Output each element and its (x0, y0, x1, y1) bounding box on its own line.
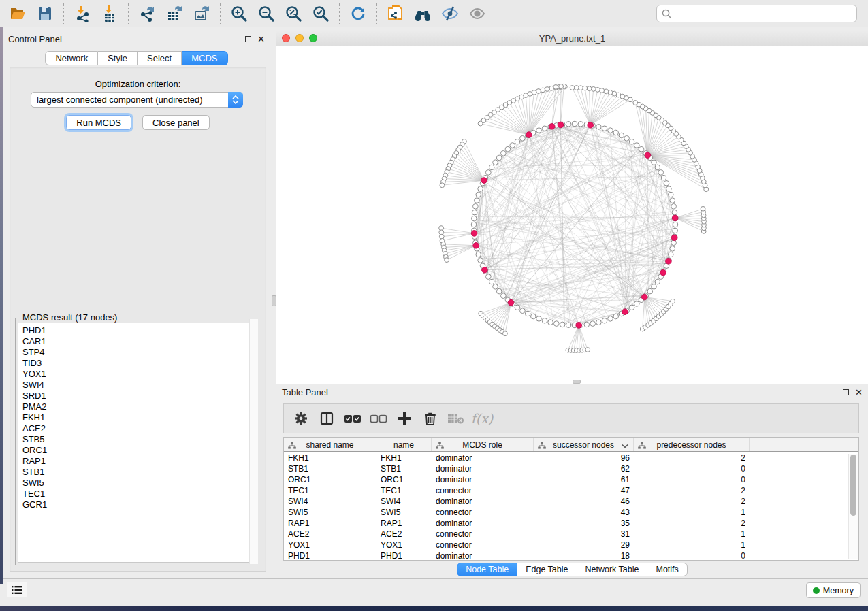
tab-motifs[interactable]: Motifs (647, 563, 687, 576)
zoom-out-button[interactable] (253, 2, 280, 25)
delete-column-button[interactable] (419, 407, 442, 430)
table-row[interactable]: ACE2ACE2connector311 (284, 529, 858, 540)
mcds-result-item[interactable]: ACE2 (22, 423, 256, 434)
tab-edge-table[interactable]: Edge Table (517, 563, 577, 576)
mcds-list-scrollbar[interactable] (249, 319, 258, 564)
table-cell: ACE2 (376, 529, 432, 539)
table-cell: YOX1 (376, 540, 432, 550)
column-header-shared-name[interactable]: shared name (284, 438, 376, 451)
close-panel-icon[interactable]: ✕ (855, 388, 863, 397)
tab-network[interactable]: Network (45, 51, 98, 65)
show-columns-button[interactable] (315, 407, 338, 430)
control-panel-tabs: NetworkStyleSelectMCDS (3, 51, 270, 65)
table-row[interactable]: YOX1YOX1connector291 (284, 540, 858, 550)
hide-selected-button[interactable] (436, 2, 464, 25)
delete-table-button[interactable] (445, 407, 468, 430)
refresh-icon (349, 5, 367, 22)
function-builder-button[interactable]: f(x) (470, 407, 494, 430)
table-row[interactable]: SWI4SWI4dominator462 (284, 496, 858, 507)
vertical-splitter-handle[interactable] (272, 295, 276, 306)
table-cell: STB1 (376, 464, 432, 474)
mcds-result-item[interactable]: STB1 (22, 467, 256, 478)
mcds-result-item[interactable]: TEC1 (22, 489, 256, 499)
horizontal-splitter-handle[interactable] (573, 380, 581, 384)
mcds-result-item[interactable]: CAR1 (22, 336, 256, 347)
mcds-result-item[interactable]: FKH1 (22, 412, 256, 423)
table-scrollbar-thumb[interactable] (850, 455, 856, 516)
mcds-result-list[interactable]: PHD1CAR1STP4TID3YOX1SWI4SRD1PMA2FKH1ACE2… (18, 323, 257, 563)
select-all-button[interactable] (341, 407, 364, 430)
mcds-result-item[interactable]: SWI5 (22, 478, 256, 489)
table-cell: 0 (634, 464, 750, 474)
mcds-result-item[interactable]: YOX1 (22, 369, 256, 380)
column-header-successor-nodes[interactable]: successor nodes (534, 438, 634, 451)
mcds-result-item[interactable]: STB5 (22, 434, 256, 445)
import-network-button[interactable] (69, 2, 96, 25)
table-cell: dominator (432, 551, 534, 561)
zoom-in-button[interactable] (225, 2, 253, 25)
mcds-result-item[interactable]: RAP1 (22, 456, 256, 467)
network-window-titlebar: YPA_prune.txt_1 (276, 31, 868, 46)
float-panel-icon[interactable] (245, 36, 251, 42)
mcds-result-item[interactable]: SWI4 (22, 380, 256, 391)
column-header-predecessor-nodes[interactable]: predecessor nodes (634, 438, 750, 451)
zoom-selected-button[interactable] (307, 2, 334, 25)
mcds-result-item[interactable]: SRD1 (22, 391, 256, 401)
mcds-result-item[interactable]: TID3 (22, 358, 256, 369)
export-network-button[interactable] (133, 2, 161, 25)
tab-mcds[interactable]: MCDS (182, 51, 227, 65)
table-scrollbar[interactable] (848, 454, 858, 559)
criterion-dropdown[interactable]: largest connected component (undirected) (31, 92, 243, 108)
column-header-name[interactable]: name (376, 438, 432, 451)
tab-node-table[interactable]: Node Table (457, 563, 517, 576)
import-table-button[interactable] (96, 2, 123, 25)
clone-network-button[interactable] (382, 2, 409, 25)
mcds-result-item[interactable]: PHD1 (22, 325, 256, 336)
table-cell: dominator (432, 475, 534, 484)
toolbar-separator (128, 3, 129, 24)
table-cell: dominator (432, 518, 534, 528)
export-table-button[interactable] (161, 2, 188, 25)
float-panel-icon[interactable] (843, 389, 849, 395)
mcds-result-item[interactable]: GCR1 (22, 499, 256, 510)
show-all-button[interactable] (464, 2, 491, 25)
network-window: YPA_prune.txt_1 (276, 31, 868, 384)
tab-network-table[interactable]: Network Table (577, 563, 648, 576)
status-bar: Memory (0, 578, 868, 600)
memory-button[interactable]: Memory (806, 582, 861, 598)
show-panels-button[interactable] (7, 582, 27, 597)
table-row[interactable]: SWI5SWI5connector431 (284, 507, 858, 518)
run-mcds-button[interactable]: Run MCDS (66, 115, 131, 130)
table-cell: 1 (634, 540, 750, 550)
table-row[interactable]: TEC1TEC1connector472 (284, 485, 858, 496)
zoom-fit-button[interactable] (280, 2, 307, 25)
table-row[interactable]: STB1STB1dominator620 (284, 463, 858, 474)
refresh-button[interactable] (344, 2, 372, 25)
column-header-MCDS-role[interactable]: MCDS role (432, 438, 534, 451)
mcds-result-item[interactable]: STP4 (22, 347, 256, 358)
close-panel-icon[interactable]: ✕ (257, 35, 265, 44)
mcds-result-item[interactable]: ORC1 (22, 445, 256, 456)
search-input[interactable] (672, 7, 852, 19)
search-box[interactable] (656, 5, 857, 22)
table-settings-button[interactable] (289, 407, 312, 430)
save-button[interactable] (31, 2, 59, 25)
binoculars-button[interactable] (409, 2, 436, 25)
table-row[interactable]: ORC1ORC1dominator610 (284, 474, 858, 485)
dropdown-stepper-icon (228, 92, 243, 108)
close-panel-button[interactable]: Close panel (142, 115, 210, 130)
table-row[interactable]: FKH1FKH1dominator962 (284, 452, 858, 463)
add-column-button[interactable] (393, 407, 416, 430)
deselect-all-button[interactable] (367, 407, 390, 430)
network-canvas[interactable] (276, 46, 868, 384)
export-image-button[interactable] (188, 2, 215, 25)
open-button[interactable] (4, 2, 31, 25)
mcds-result-title: MCDS result (17 nodes) (20, 312, 120, 323)
column-label: name (393, 440, 414, 450)
mcds-result-item[interactable]: PMA2 (22, 401, 256, 412)
tab-select[interactable]: Select (138, 51, 182, 65)
tab-style[interactable]: Style (98, 51, 138, 65)
table-row[interactable]: PHD1PHD1dominator180 (284, 550, 858, 561)
table-row[interactable]: RAP1RAP1dominator352 (284, 518, 858, 529)
table-cell: 0 (634, 475, 750, 484)
